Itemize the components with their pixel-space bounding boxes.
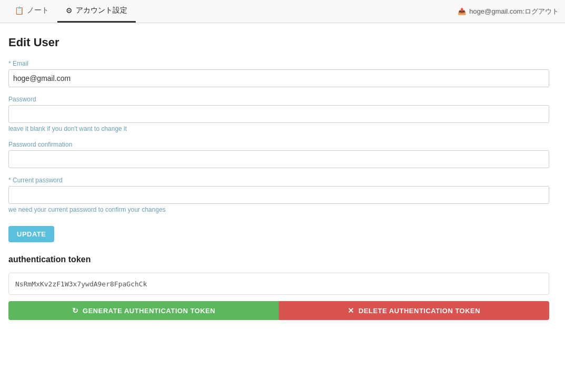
logout-label: hoge@gmail.com:ログアウト [469,7,559,16]
nav-tab-notes-label: ノート [27,6,49,15]
nav-tabs: 📋 ノート ⚙ アカウント設定 [6,0,136,23]
token-box: NsRmMxKv2zF1W3x7ywdA9er8FpaGchCk [8,273,549,295]
update-button[interactable]: UPDATE [8,226,54,242]
password-input[interactable] [8,105,549,123]
notes-icon: 📋 [15,6,24,15]
password-label: Password [8,96,549,103]
generate-token-button[interactable]: ↻ GENERATE AUTHENTICATION TOKEN [8,301,279,320]
delete-label: DELETE AUTHENTICATION TOKEN [359,307,480,315]
page-title: Edit User [8,36,549,49]
top-nav: 📋 ノート ⚙ アカウント設定 📤 hoge@gmail.com:ログアウト [0,0,565,23]
password-confirm-input[interactable] [8,150,549,168]
email-group: * Email [8,60,549,87]
token-section-title: authentication token [8,255,549,264]
token-value: NsRmMxKv2zF1W3x7ywdA9er8FpaGchCk [15,280,147,288]
current-password-label: * Current password [8,177,549,184]
current-password-input[interactable] [8,186,549,204]
password-confirm-label: Password confirmation [8,141,549,148]
delete-icon: ✕ [348,306,355,315]
email-label: * Email [8,60,549,67]
password-group: Password leave it blank if you don't wan… [8,96,549,132]
delete-token-button[interactable]: ✕ DELETE AUTHENTICATION TOKEN [279,301,549,320]
password-confirm-group: Password confirmation [8,141,549,168]
password-hint: leave it blank if you don't want to chan… [8,125,549,132]
current-password-hint: we need your current password to confirm… [8,206,549,213]
token-actions: ↻ GENERATE AUTHENTICATION TOKEN ✕ DELETE… [8,301,549,320]
main-content: Edit User * Email Password leave it blan… [0,23,558,333]
email-input[interactable] [8,69,549,87]
nav-user-area[interactable]: 📤 hoge@gmail.com:ログアウト [458,7,559,16]
settings-icon: ⚙ [66,6,73,15]
logout-icon: 📤 [458,7,466,15]
nav-tab-account-settings[interactable]: ⚙ アカウント設定 [57,0,136,23]
nav-tab-account-label: アカウント設定 [76,6,127,15]
nav-tab-notes[interactable]: 📋 ノート [6,0,57,23]
generate-label: GENERATE AUTHENTICATION TOKEN [83,307,215,315]
current-password-group: * Current password we need your current … [8,177,549,213]
token-section: authentication token NsRmMxKv2zF1W3x7ywd… [8,255,549,320]
generate-icon: ↻ [72,306,79,315]
